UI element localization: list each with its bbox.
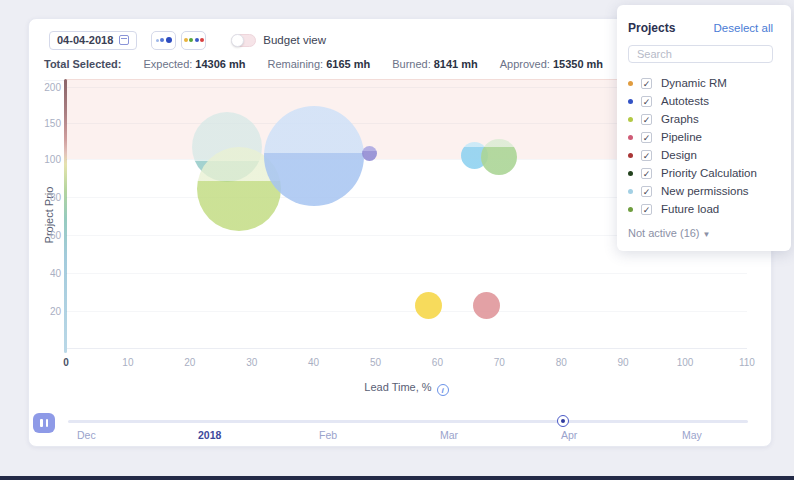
dot-icon	[189, 38, 193, 42]
project-item: ✓Priority Calculation	[628, 164, 773, 182]
chevron-down-icon: ▼	[703, 230, 711, 239]
timeline-month-label: May	[682, 429, 702, 441]
timeline-month-label: Feb	[319, 429, 337, 441]
legend-dot-icon	[628, 135, 633, 140]
x-axis-tick-label: 30	[234, 357, 270, 368]
bubble-green[interactable]	[481, 139, 517, 175]
y-axis-tick-label: 20	[26, 306, 61, 317]
date-picker[interactable]: 04-04-2018	[49, 31, 137, 50]
x-axis-tick-label: 40	[296, 357, 332, 368]
project-label: Autotests	[661, 95, 709, 107]
projects-panel-header: Projects Deselect all	[628, 21, 773, 35]
project-label: New permissions	[661, 185, 749, 197]
project-checkbox[interactable]: ✓	[641, 186, 652, 197]
deselect-all-link[interactable]: Deselect all	[714, 22, 773, 34]
x-axis-tick-label: 110	[729, 357, 765, 368]
project-checkbox[interactable]: ✓	[641, 132, 652, 143]
x-axis-tick-label: 10	[110, 357, 146, 368]
stat-value: 14306 mh	[195, 58, 245, 70]
dot-icon	[200, 38, 204, 42]
x-axis-title: Lead Time, %	[364, 381, 431, 393]
timeline-month-label: Apr	[561, 429, 577, 441]
x-axis-tick-label: 80	[543, 357, 579, 368]
timeline-month-label: Dec	[77, 429, 96, 441]
project-item: ✓Autotests	[628, 92, 773, 110]
bubble-yellow[interactable]	[415, 292, 442, 319]
pause-icon	[40, 419, 43, 427]
stat-item: Approved:15350 mh	[500, 58, 603, 70]
bubble-color-view-button[interactable]	[181, 31, 206, 50]
bubble-red[interactable]	[473, 292, 500, 319]
project-item: ✓New permissions	[628, 182, 773, 200]
stat-item: Remaining:6165 mh	[268, 58, 371, 70]
total-selected-label: Total Selected:	[44, 58, 121, 70]
toggle-track[interactable]	[231, 34, 256, 47]
project-label: Priority Calculation	[661, 167, 757, 179]
not-active-label: Not active (16)	[628, 227, 700, 239]
dot-icon	[195, 38, 199, 42]
x-axis-tick-label: 90	[605, 357, 641, 368]
legend-dot-icon	[628, 207, 633, 212]
stat-label: Approved:	[500, 58, 550, 70]
timeline-month-label: 2018	[198, 429, 221, 441]
x-axis-tick-label: 60	[419, 357, 455, 368]
project-checkbox[interactable]: ✓	[641, 168, 652, 179]
info-icon[interactable]: i	[437, 384, 449, 396]
legend-dot-icon	[628, 171, 633, 176]
stat-value: 6165 mh	[326, 58, 370, 70]
project-label: Pipeline	[661, 131, 702, 143]
calendar-icon[interactable]	[119, 35, 129, 45]
y-axis-tick-label: 60	[26, 230, 61, 241]
project-checkbox[interactable]: ✓	[641, 204, 652, 215]
y-gridline	[66, 311, 747, 312]
y-axis-tick-label: 200	[26, 82, 61, 93]
legend-dot-icon	[628, 99, 633, 104]
y-axis-tick-label: 100	[26, 154, 61, 165]
x-axis-tick-label: 100	[667, 357, 703, 368]
y-axis-title: Project Prio	[43, 165, 55, 265]
x-axis-title-row: Lead Time, %i	[66, 381, 747, 396]
y-axis-tick-label: 150	[26, 118, 61, 129]
projects-panel: Projects Deselect all ✓Dynamic RM✓Autote…	[617, 5, 791, 251]
stat-label: Burned:	[392, 58, 431, 70]
project-label: Graphs	[661, 113, 699, 125]
timeline-months: Dec2018FebMarAprMay	[29, 429, 773, 445]
project-checkbox[interactable]: ✓	[641, 114, 652, 125]
project-checkbox[interactable]: ✓	[641, 150, 652, 161]
project-item: ✓Graphs	[628, 110, 773, 128]
budget-view-toggle[interactable]: Budget view	[231, 34, 326, 47]
project-checkbox[interactable]: ✓	[641, 96, 652, 107]
toggle-knob	[231, 34, 244, 47]
stat-item: Expected:14306 mh	[143, 58, 245, 70]
project-item: ✓Design	[628, 146, 773, 164]
timeline-track[interactable]	[68, 420, 748, 423]
y-axis-tick-label: 40	[26, 268, 61, 279]
stat-value: 15350 mh	[553, 58, 603, 70]
legend-dot-icon	[628, 81, 633, 86]
x-axis-tick-label: 50	[358, 357, 394, 368]
date-value: 04-04-2018	[57, 34, 113, 46]
dot-icon	[184, 38, 188, 42]
stat-value: 8141 mh	[434, 58, 478, 70]
dot-icon	[160, 38, 164, 42]
project-checkbox[interactable]: ✓	[641, 78, 652, 89]
y-gridline	[66, 273, 747, 274]
bubble-purple[interactable]	[362, 146, 377, 161]
project-search-input[interactable]	[628, 45, 773, 63]
timeline-slider-handle[interactable]	[557, 415, 569, 427]
legend-dot-icon	[628, 153, 633, 158]
bottom-bar	[0, 476, 794, 480]
x-axis-tick-label: 20	[172, 357, 208, 368]
projects-list: ✓Dynamic RM✓Autotests✓Graphs✓Pipeline✓De…	[628, 74, 773, 218]
not-active-toggle[interactable]: Not active (16)▼	[628, 227, 773, 239]
toolbar: 04-04-2018 Budget view	[49, 30, 326, 50]
project-label: Dynamic RM	[661, 77, 727, 89]
project-label: Design	[661, 149, 697, 161]
stat-label: Remaining:	[268, 58, 324, 70]
bubble-blue[interactable]	[264, 106, 364, 206]
view-buttons	[151, 31, 206, 50]
legend-dot-icon	[628, 117, 633, 122]
pause-icon	[46, 419, 49, 427]
dot-icon	[166, 37, 172, 43]
bubble-size-view-button[interactable]	[151, 31, 176, 50]
